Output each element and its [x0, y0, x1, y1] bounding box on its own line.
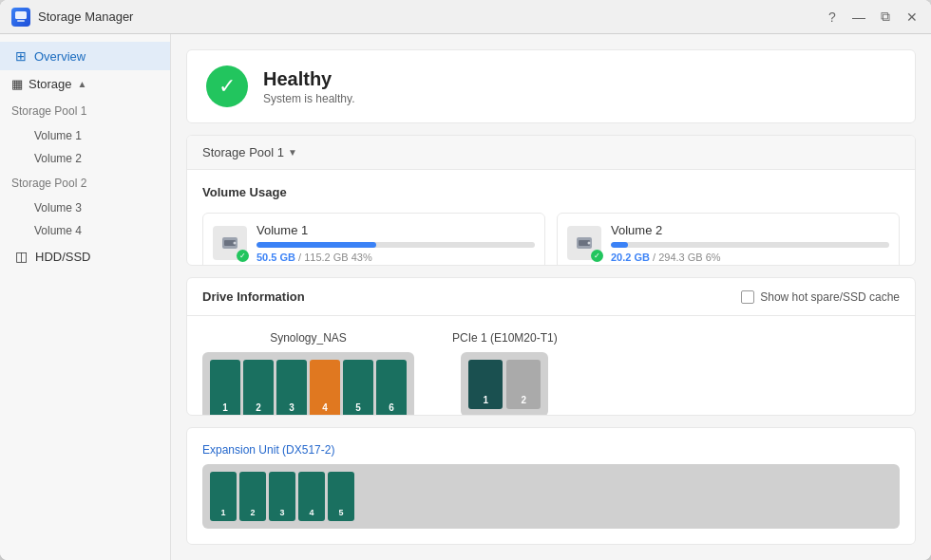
volume2-progress-fill [611, 242, 628, 248]
pcie-label: PCIe 1 (E10M20-T1) [452, 331, 558, 345]
pcie-bay: 1 2 [461, 352, 548, 416]
hdd-icon: ◫ [15, 249, 28, 264]
volume2-status-badge: ✓ [591, 250, 603, 262]
volume1-name: Volume 1 [256, 223, 535, 237]
svg-point-7 [588, 242, 591, 245]
volume2-used: 20.2 GB [611, 252, 650, 263]
main-content: ⊞ Overview ▦ Storage ▲ Storage Pool 1 Vo… [0, 34, 931, 560]
volume1-used: 50.5 GB [256, 252, 295, 263]
expansion-label: Expansion Unit (DX517-2) [202, 443, 900, 457]
svg-rect-0 [15, 11, 27, 19]
sidebar-hdd-label: HDD/SSD [35, 250, 91, 264]
restore-button[interactable]: ⧉ [878, 9, 893, 25]
volume2-icon-container: ✓ [567, 226, 601, 260]
expansion-section: Expansion Unit (DX517-2) 1 2 3 4 5 [186, 427, 916, 545]
disk-slot-1: 1 [210, 360, 240, 416]
volume1-status-badge: ✓ [237, 250, 249, 262]
drive-info-title: Drive Information [202, 289, 305, 304]
health-status: Healthy [263, 68, 354, 90]
exp-slot-5: 5 [328, 472, 354, 521]
pool1-label: Storage Pool 1 [0, 98, 170, 124]
volumes-grid: ✓ Volume 1 50.5 GB / 115.2 G [202, 213, 900, 266]
volume2-stats: 20.2 GB / 294.3 GB 6% [611, 252, 889, 263]
volume2-info: Volume 2 20.2 GB / 294.3 GB 6% [611, 223, 889, 263]
hot-spare-label: Show hot spare/SSD cache [760, 290, 900, 304]
disk-slot-3: 3 [276, 360, 307, 416]
titlebar: Storage Manager ? — ⧉ ✕ [0, 0, 931, 34]
sidebar-storage-label: Storage [28, 77, 72, 91]
titlebar-left: Storage Manager [11, 8, 133, 27]
svg-point-4 [234, 242, 237, 245]
volume1-percent: 43% [352, 252, 372, 263]
pool-section: Storage Pool 1 ▼ Volume Usage [186, 135, 916, 266]
disk-slot-5: 5 [343, 360, 373, 416]
volume2-progress-bar [611, 242, 889, 248]
disk-slot-6: 6 [376, 360, 407, 416]
storage-icon: ▦ [11, 77, 23, 91]
app-title: Storage Manager [38, 9, 133, 24]
volume1-total: 115.2 GB [304, 252, 348, 263]
drive-info-body: Synology_NAS 1 2 3 4 5 6 PCIe 1 (E10M20-… [187, 316, 915, 416]
pool2-label: Storage Pool 2 [0, 170, 170, 196]
volume2-percent: 6% [706, 252, 721, 263]
sidebar-item-volume3[interactable]: Volume 3 [0, 196, 170, 219]
volume1-stats: 50.5 GB / 115.2 GB 43% [256, 252, 535, 263]
sidebar-item-overview[interactable]: ⊞ Overview [0, 42, 170, 70]
sidebar-item-volume1[interactable]: Volume 1 [0, 124, 170, 147]
pcie-unit: PCIe 1 (E10M20-T1) 1 2 [452, 331, 558, 416]
exp-slot-2: 2 [239, 472, 266, 521]
health-icon: ✓ [206, 65, 248, 107]
minimize-button[interactable]: — [851, 9, 866, 25]
health-text: Healthy System is healthy. [263, 68, 354, 105]
pcie-slot-1: 1 [468, 360, 503, 409]
volume-card-1: ✓ Volume 1 50.5 GB / 115.2 G [202, 213, 545, 266]
overview-icon: ⊞ [15, 48, 27, 64]
sidebar-item-volume2[interactable]: Volume 2 [0, 147, 170, 170]
volume1-info: Volume 1 50.5 GB / 115.2 GB 43% [256, 223, 535, 263]
close-button[interactable]: ✕ [904, 9, 920, 25]
exp-slot-3: 3 [269, 472, 295, 521]
nas-label: Synology_NAS [270, 331, 347, 345]
disk-slot-2: 2 [243, 360, 274, 416]
volume1-icon-container: ✓ [213, 226, 247, 260]
pcie-slot-2: 2 [506, 360, 541, 409]
volume-card-2: ✓ Volume 2 20.2 GB / 294.3 G [557, 213, 900, 266]
sidebar-item-volume4[interactable]: Volume 4 [0, 219, 170, 242]
expansion-bay: 1 2 3 4 5 [202, 464, 900, 529]
health-description: System is healthy. [263, 92, 354, 105]
sidebar: ⊞ Overview ▦ Storage ▲ Storage Pool 1 Vo… [0, 34, 171, 560]
disk-slot-4: 4 [310, 360, 340, 416]
health-card: ✓ Healthy System is healthy. [186, 49, 916, 123]
pool-selector-label: Storage Pool 1 [202, 145, 284, 159]
hot-spare-toggle[interactable]: Show hot spare/SSD cache [741, 290, 900, 304]
sidebar-item-hdd-ssd[interactable]: ◫ HDD/SSD [0, 242, 170, 271]
exp-slot-1: 1 [210, 472, 237, 521]
help-button[interactable]: ? [825, 9, 840, 25]
storage-manager-window: Storage Manager ? — ⧉ ✕ ⊞ Overview ▦ Sto… [0, 0, 931, 560]
hot-spare-checkbox[interactable] [741, 290, 754, 304]
nas-unit: Synology_NAS 1 2 3 4 5 6 [202, 331, 414, 416]
sidebar-section-storage[interactable]: ▦ Storage ▲ [0, 70, 170, 98]
app-icon [11, 8, 30, 27]
pool-body: Volume Usage [187, 170, 915, 266]
content-area: ✓ Healthy System is healthy. Storage Poo… [171, 34, 931, 560]
volume-usage-title: Volume Usage [202, 185, 900, 199]
svg-rect-1 [17, 20, 25, 22]
pool-selector-arrow-icon: ▼ [288, 147, 297, 158]
sidebar-overview-label: Overview [34, 49, 86, 64]
volume2-total: 294.3 GB [658, 252, 702, 263]
volume1-progress-fill [256, 242, 376, 248]
pool-header[interactable]: Storage Pool 1 ▼ [187, 136, 915, 170]
exp-slot-4: 4 [298, 472, 325, 521]
titlebar-controls: ? — ⧉ ✕ [825, 9, 920, 25]
nas-disk-bay: 1 2 3 4 5 6 [202, 352, 414, 416]
drive-info-section: Drive Information Show hot spare/SSD cac… [186, 277, 916, 416]
storage-chevron-icon: ▲ [78, 79, 87, 89]
volume2-name: Volume 2 [611, 223, 889, 237]
volume1-progress-bar [256, 242, 535, 248]
drive-info-header: Drive Information Show hot spare/SSD cac… [187, 278, 915, 316]
